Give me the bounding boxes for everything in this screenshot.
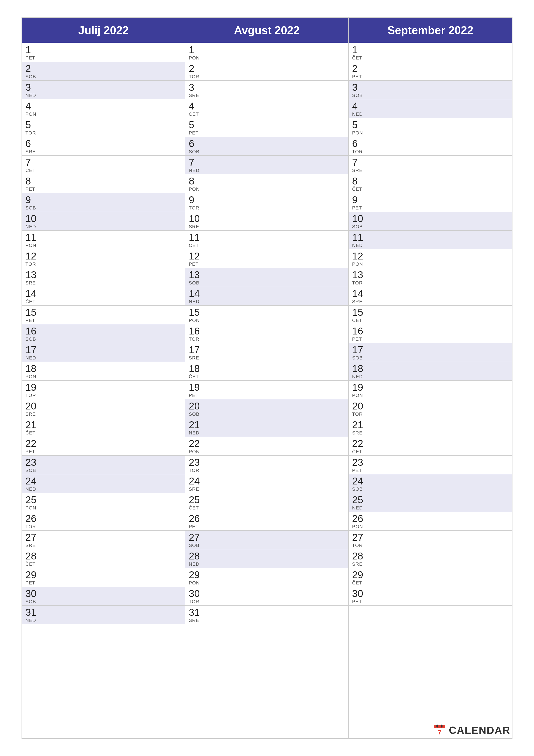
day-number: 13	[189, 270, 200, 280]
day-number-area: 2SOB	[22, 62, 41, 80]
day-number-area: 30PET	[349, 587, 368, 606]
day-number-area: 21ČET	[22, 418, 41, 437]
day-content	[41, 268, 185, 286]
day-number-area: 11NED	[349, 230, 368, 249]
day-row: 21SRE	[349, 418, 512, 437]
day-name: SRE	[189, 355, 199, 361]
day-number-area: 19PON	[349, 381, 368, 399]
day-number-area: 7SRE	[349, 156, 368, 174]
day-content	[41, 587, 185, 606]
day-row: 17SOB	[349, 343, 512, 362]
day-row: 28SRE	[349, 549, 512, 568]
day-number: 16	[189, 326, 200, 336]
day-content	[205, 249, 348, 268]
day-number-area: 11ČET	[185, 230, 205, 249]
day-row: 15PON	[185, 306, 348, 324]
day-row: 4NED	[349, 99, 512, 118]
day-content	[205, 62, 348, 80]
day-number-area: 19TOR	[22, 381, 41, 399]
day-row: 14ČET	[22, 287, 185, 306]
day-row: 30PET	[349, 587, 512, 606]
day-row: 15ČET	[349, 306, 512, 324]
day-content	[205, 362, 348, 380]
day-name: PON	[25, 243, 37, 248]
day-number-area: 3NED	[22, 81, 41, 99]
day-number-area: 27SOB	[185, 530, 205, 549]
day-number: 21	[189, 420, 200, 430]
day-content	[368, 212, 512, 230]
day-row: 31SRE	[185, 606, 348, 624]
day-content	[205, 99, 348, 118]
day-name: SOB	[352, 486, 363, 492]
day-row: 16SOB	[22, 324, 185, 343]
day-name: NED	[352, 243, 363, 248]
day-row: 17SRE	[185, 343, 348, 362]
day-row: 30SOB	[22, 587, 185, 606]
day-name: NED	[189, 430, 199, 436]
day-number-area: 8ČET	[349, 174, 368, 193]
day-name: TOR	[25, 130, 36, 136]
day-row: 4ČET	[185, 99, 348, 118]
day-name: PET	[352, 74, 362, 80]
day-name: TOR	[25, 393, 36, 398]
day-content	[368, 43, 512, 62]
day-number: 26	[189, 514, 200, 524]
day-row: 7ČET	[22, 156, 185, 174]
day-number: 25	[189, 495, 200, 505]
logo-text: CALENDAR	[449, 724, 510, 736]
day-number: 8	[25, 176, 31, 186]
day-number: 4	[25, 101, 31, 111]
day-content	[205, 230, 348, 249]
day-name: PON	[352, 261, 363, 267]
day-number-area: 4ČET	[185, 99, 205, 118]
day-number: 17	[25, 345, 37, 355]
day-number-area: 9SOB	[22, 193, 41, 212]
day-name: ČET	[352, 186, 362, 192]
day-content	[368, 268, 512, 286]
day-row: 3SOB	[349, 81, 512, 99]
day-number: 10	[25, 214, 37, 224]
day-row: 4PON	[22, 99, 185, 118]
day-number-area: 9PET	[349, 193, 368, 212]
day-number: 7	[25, 157, 31, 167]
day-number-area: 26TOR	[22, 512, 41, 530]
day-content	[205, 512, 348, 530]
day-number: 9	[352, 195, 358, 205]
day-name: TOR	[25, 261, 36, 267]
day-number-area: 16TOR	[185, 324, 205, 343]
day-number: 5	[189, 120, 194, 130]
day-number-area: 5TOR	[22, 118, 41, 137]
day-number: 20	[352, 401, 363, 411]
day-content	[205, 306, 348, 324]
day-row: 3NED	[22, 81, 185, 99]
day-number: 14	[189, 288, 200, 298]
month-header-2: September 2022	[349, 18, 512, 43]
day-number: 3	[25, 82, 31, 92]
day-content	[205, 418, 348, 437]
day-number: 7	[189, 157, 194, 167]
day-row: 27TOR	[349, 530, 512, 549]
day-number: 25	[25, 495, 37, 505]
day-number: 5	[352, 120, 358, 130]
day-number-area: 27SRE	[22, 530, 41, 549]
day-name: PET	[352, 337, 362, 342]
day-number-area: 24SRE	[185, 474, 205, 493]
day-number-area: 11PON	[22, 230, 41, 249]
day-number-area: 2PET	[349, 62, 368, 80]
day-content	[368, 287, 512, 305]
day-number-area: 14ČET	[22, 287, 41, 305]
day-number-area: 6TOR	[349, 137, 368, 155]
day-name: TOR	[189, 599, 199, 605]
day-name: TOR	[189, 468, 199, 473]
day-name: PON	[352, 130, 363, 136]
day-name: NED	[189, 561, 199, 567]
day-number: 24	[25, 476, 37, 486]
day-number-area: 22PET	[22, 437, 41, 455]
day-number: 14	[352, 288, 363, 298]
day-row: 18ČET	[185, 362, 348, 381]
day-number-area: 31NED	[22, 606, 41, 624]
day-row: 16PET	[349, 324, 512, 343]
day-number-area: 30SOB	[22, 587, 41, 606]
day-row: 7SRE	[349, 156, 512, 174]
day-name: NED	[25, 618, 36, 623]
